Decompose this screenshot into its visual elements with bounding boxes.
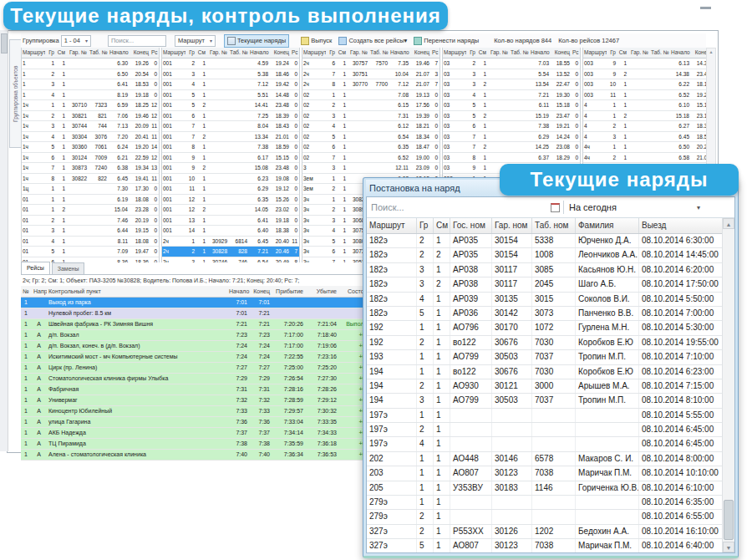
search-input[interactable]: Поиск... — [108, 35, 166, 47]
scroll-thumb[interactable] — [724, 500, 734, 540]
create-all-trips-button[interactable]: Создать все рейсы ▾ — [335, 34, 410, 48]
column-header[interactable]: Гар. ном — [492, 218, 532, 233]
column-header[interactable]: Таб. № — [89, 48, 109, 58]
column-header[interactable]: Гар. № — [207, 48, 229, 58]
column-header[interactable]: № — [21, 286, 32, 297]
current-orders-button[interactable]: Текущие наряды — [224, 34, 289, 48]
order-row[interactable]: 0011216.3515.260 — [162, 195, 299, 206]
assignment-row[interactable]: 19221во122306767030Коробков Е.Ю08.10.201… — [367, 336, 723, 350]
column-header[interactable]: Рс — [431, 48, 440, 58]
order-row[interactable]: 0011416.4018.380 — [162, 226, 299, 237]
order-row[interactable]: 001617.2518.390 — [162, 111, 299, 122]
order-row[interactable]: 1ц117.3017.300 — [22, 184, 159, 195]
order-row[interactable]: 0011016.2319.080 — [162, 174, 299, 185]
column-header[interactable]: Конец — [551, 48, 572, 58]
assignment-row[interactable]: 327э21Р553ХХ301261202Бедохин А.А.08.10.2… — [367, 525, 723, 539]
column-header[interactable]: Таб. № — [650, 48, 670, 58]
assignment-row[interactable]: 20511У353ВУ301831146Гориченка Ю.В.08.10.… — [367, 481, 723, 496]
assignment-row[interactable]: 197э1108.10.2014 5:55:00 — [367, 409, 723, 423]
order-row[interactable]: 003916.1314.380 — [583, 59, 708, 69]
order-row[interactable]: 01316.4419.150 — [22, 226, 159, 237]
assignment-row[interactable]: 182э21АР035301545338Юрченко Д.А.08.10.20… — [367, 234, 723, 248]
order-row[interactable]: 2ч813077077007.1221.077 — [302, 79, 440, 90]
assignment-row[interactable]: 197э4108.10.2014 6:45:00 — [367, 437, 723, 451]
column-header[interactable]: Гр — [326, 48, 337, 58]
column-header[interactable]: Рс — [150, 48, 159, 58]
order-row[interactable]: 2ч613075775707.3519.467 — [302, 59, 440, 69]
column-header[interactable]: Гр — [607, 48, 617, 58]
column-header[interactable]: Конец — [130, 48, 150, 58]
order-row[interactable]: 001718.0418.430 — [162, 121, 299, 132]
column-header[interactable]: Конец — [691, 48, 708, 58]
column-header[interactable]: Прибытие — [272, 286, 306, 297]
column-header[interactable]: Гар. № — [67, 48, 89, 58]
order-row[interactable]: 1ч81308228226.4519.4111 — [22, 174, 159, 185]
assignment-row[interactable]: 20311АО807301237038Маричак П.М.08.10.201… — [367, 466, 723, 481]
order-row[interactable]: 001916.1715.150 — [162, 153, 299, 164]
assignment-row[interactable]: 279э1108.10.2014 6:35:00 — [367, 496, 723, 510]
column-header[interactable]: Фамилия — [576, 218, 639, 233]
order-row[interactable]: 03816.3718.290 — [443, 153, 580, 164]
order-row[interactable]: 2ч21308288287.2120.467 — [162, 247, 299, 257]
tab-substitutions[interactable]: Замены — [52, 262, 85, 274]
column-header[interactable]: Маршрут — [22, 48, 45, 58]
column-header[interactable]: Начало — [249, 48, 270, 58]
date-filter-combo[interactable]: На сегодня ▾ — [569, 202, 707, 212]
order-row[interactable]: 01418.1118.080 — [22, 237, 159, 247]
assignment-row[interactable]: 327э51АО807301237038Маричак П.М.08.10.20… — [367, 539, 723, 552]
order-row[interactable]: 001515.5114.480 — [162, 90, 299, 101]
order-row[interactable]: 03315.5413.520 — [443, 69, 580, 80]
order-row[interactable]: 1116.3019.260 — [22, 59, 159, 69]
column-header[interactable]: Убытие — [306, 286, 339, 297]
column-header[interactable]: Маршрут — [443, 48, 466, 58]
order-row[interactable]: 03217.0318.550 — [443, 59, 580, 69]
order-row[interactable]: 2ч713075110.0421.073 — [302, 69, 440, 80]
assignment-row[interactable]: 19211АО796301701072Гурлена М.Н.08.10.201… — [367, 321, 723, 335]
order-row[interactable]: 1316.4118.530 — [22, 79, 159, 90]
order-row[interactable]: 4216.2718.360 — [583, 121, 708, 132]
column-header[interactable]: Начало — [389, 48, 410, 58]
column-header[interactable]: Таб. № — [229, 48, 249, 58]
order-row[interactable]: 1ч713087372406.3819.3413 — [22, 163, 159, 174]
assignment-row[interactable]: 182э32АР038301172045Шаго А.Б.08.10.2014 … — [367, 277, 723, 292]
column-header[interactable]: См — [196, 48, 207, 58]
column-header[interactable]: Маршрут — [302, 48, 326, 58]
order-row[interactable]: 03516.1115.180 — [443, 100, 580, 111]
order-row[interactable]: 41215.1823.170 — [583, 111, 708, 122]
column-header[interactable]: Таб. ном — [532, 218, 576, 233]
order-row[interactable]: 02216.1517.560 — [302, 100, 440, 111]
column-header[interactable]: Начало — [109, 48, 130, 58]
order-row[interactable]: 011215.0423.280 — [22, 205, 159, 216]
order-row[interactable]: 01116.1918.080 — [22, 195, 159, 206]
column-header[interactable]: Гр — [466, 48, 477, 58]
assignment-row[interactable]: 20211АО448301466578Макаров С. И.08.10.20… — [367, 452, 723, 466]
assignment-row[interactable]: 197э2108.10.2014 6:45:00 — [367, 423, 723, 437]
order-row[interactable]: 0015214.4123.480 — [162, 100, 299, 111]
release-button[interactable]: Выпуск — [297, 34, 335, 48]
order-row[interactable]: 035215.1923.470 — [443, 111, 580, 122]
column-header[interactable]: Гр — [417, 218, 434, 233]
order-row[interactable]: 1ч21308218217.0619.4612 — [22, 111, 159, 122]
column-header[interactable]: Гар. № — [348, 48, 369, 58]
order-row[interactable]: 4116.1015.100 — [583, 100, 708, 111]
order-row[interactable]: 0017213.3421.010 — [162, 132, 299, 143]
order-row[interactable]: 0031116.5219.230 — [583, 90, 708, 101]
calendar-icon[interactable] — [551, 203, 560, 212]
scroll-down-icon[interactable]: ▼ — [723, 542, 734, 552]
column-header[interactable]: Конец — [270, 48, 291, 58]
order-row[interactable]: 02616.3518.470 — [302, 142, 440, 153]
assignment-row[interactable]: 19411во122306767030Коробков Е.Ю08.10.201… — [367, 365, 723, 379]
assignment-row[interactable]: 279э2108.10.2014 6:55:00 — [367, 510, 723, 524]
order-row[interactable]: 001417.1219.420 — [162, 79, 299, 90]
order-row[interactable]: 1418.1919.180 — [22, 90, 159, 101]
assignment-row[interactable]: 182э22АР035301541008Леончиков А.А.08.10.… — [367, 248, 723, 262]
column-header[interactable]: Конец — [250, 286, 272, 297]
column-header[interactable]: Конец — [410, 48, 431, 58]
order-row[interactable]: 03617.3819.210 — [443, 121, 580, 132]
order-row[interactable]: 1ч413030430767.2020.4111 — [22, 132, 159, 143]
column-header[interactable]: Маршрут — [583, 48, 607, 58]
column-header[interactable]: Таб. № — [510, 48, 530, 58]
order-row[interactable]: 4316.4518.570 — [583, 132, 708, 143]
order-row[interactable]: 037214.2523.080 — [443, 142, 580, 153]
dock-handle[interactable] — [1, 33, 8, 53]
